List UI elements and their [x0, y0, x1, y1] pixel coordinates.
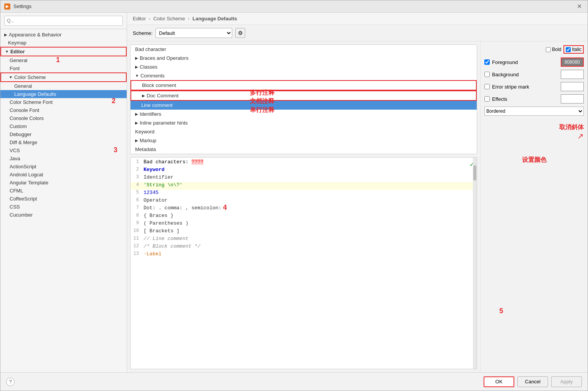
breadcrumb: Editor › Color Scheme › Language Default… [127, 13, 588, 25]
sidebar-item-general[interactable]: General [0, 56, 127, 64]
sidebar-item-console-colors[interactable]: Console Colors [0, 114, 127, 122]
sidebar-item-coffeescript[interactable]: CoffeeScript [0, 195, 127, 203]
preview-line: 13 ·Label [130, 251, 477, 259]
list-item-metadata[interactable]: Metadata [130, 145, 477, 154]
error-stripe-label: Error stripe mark [492, 84, 529, 90]
background-checkbox[interactable] [484, 72, 490, 77]
list-item-doc-comment[interactable]: ▶ Doc Comment [130, 90, 477, 101]
list-item-markup[interactable]: ▶ Markup [130, 136, 477, 145]
list-item-line-comment[interactable]: Line comment [130, 101, 477, 110]
sidebar-tree: ▶ Appearance & Behavior Keymap ▼ Editor … [0, 29, 127, 372]
effects-row: Effects [484, 94, 584, 104]
preview-line: 7 Dot: . comma: , semicolon: ; [130, 205, 477, 213]
sidebar-item-keymap[interactable]: Keymap [0, 39, 127, 47]
split-area: Bad character ▶ Braces and Operators ▶ C… [127, 41, 588, 372]
sidebar-item-android-logcat[interactable]: Android Logcat [0, 171, 127, 179]
preview-line: 5 12345 [130, 190, 477, 197]
options-list-container: Bad character ▶ Braces and Operators ▶ C… [130, 44, 477, 154]
preview-line: 10 [ Brackets ] [130, 228, 477, 236]
list-item-keyword[interactable]: Keyword [130, 127, 477, 136]
preview-line: 11 // Line comment [130, 236, 477, 243]
right-panel: Bold Italic Foreground 808080 [480, 41, 588, 372]
list-item-classes[interactable]: ▶ Classes [130, 62, 477, 71]
preview-line: 12 /* Block comment */ [130, 243, 477, 251]
italic-checkbox[interactable] [566, 47, 571, 52]
sidebar-item-editor[interactable]: ▼ Editor [0, 47, 127, 56]
bottom-bar: ? OK Cancel Apply [0, 372, 588, 391]
italic-label: Italic [572, 47, 581, 52]
ok-button[interactable]: OK [484, 376, 514, 387]
cancel-button[interactable]: Cancel [517, 376, 548, 387]
sidebar-item-vcs[interactable]: VCS [0, 146, 127, 154]
gear-button[interactable]: ⚙ [235, 28, 245, 38]
bold-checkbox-row[interactable]: Bold [546, 45, 561, 54]
sep1: › [149, 16, 152, 21]
apply-button[interactable]: Apply [551, 376, 582, 387]
bottom-left: ? [6, 378, 15, 386]
bold-italic-row: Bold Italic [484, 45, 584, 54]
sidebar: ▶ Appearance & Behavior Keymap ▼ Editor … [0, 13, 127, 372]
sidebar-item-debugger[interactable]: Debugger [0, 130, 127, 138]
expand-arrow: ▼ [5, 49, 9, 54]
sidebar-item-cs-general[interactable]: General [0, 82, 127, 90]
close-button[interactable]: ✕ [575, 2, 584, 11]
error-stripe-checkbox[interactable] [484, 84, 490, 89]
foreground-checkbox[interactable] [484, 59, 490, 65]
expand-arrow: ▶ [4, 33, 7, 37]
sidebar-item-custom[interactable]: Custom [0, 122, 127, 130]
expand-arrow: ▼ [9, 75, 13, 79]
sidebar-item-console-font[interactable]: Console Font [0, 106, 127, 114]
foreground-label: Foreground [492, 59, 518, 65]
bold-label: Bold [552, 47, 561, 52]
preview-line: 6 Operator [130, 197, 477, 205]
bold-checkbox[interactable] [546, 47, 551, 52]
error-stripe-color-box[interactable] [561, 82, 584, 91]
center-panel: Bad character ▶ Braces and Operators ▶ C… [127, 41, 480, 372]
foreground-color-box[interactable]: 808080 [561, 58, 584, 67]
background-label: Background [492, 72, 519, 77]
effects-type-select[interactable]: Bordered Underline Bold underline [484, 107, 584, 116]
effects-label: Effects [492, 96, 507, 102]
preview-scrollbar[interactable] [473, 158, 477, 369]
settings-window: ▶ Settings ✕ ▶ Appearance & Behavior Key… [0, 0, 588, 391]
italic-checkbox-row[interactable]: Italic [563, 45, 584, 54]
effects-select-row: Bordered Underline Bold underline [484, 107, 584, 116]
sidebar-item-actionscript[interactable]: ActionScript [0, 163, 127, 171]
list-item-identifiers[interactable]: ▶ Identifiers [130, 110, 477, 118]
sidebar-item-java[interactable]: Java [0, 154, 127, 163]
breadcrumb-editor: Editor [133, 16, 146, 21]
background-row: Background [484, 70, 584, 79]
sidebar-item-language-defaults[interactable]: Language Defaults [0, 90, 127, 98]
list-item-inline-hints[interactable]: ▶ Inline parameter hints [130, 118, 477, 127]
preview-line: 2 Keyword [130, 167, 477, 174]
effects-checkbox[interactable] [484, 96, 490, 102]
sidebar-item-appearance[interactable]: ▶ Appearance & Behavior [0, 31, 127, 39]
bottom-right: OK Cancel Apply [484, 376, 582, 387]
options-list: Bad character ▶ Braces and Operators ▶ C… [130, 44, 477, 154]
list-item-braces[interactable]: ▶ Braces and Operators [130, 54, 477, 62]
preview-line: 1 Bad characters: ???? [130, 159, 477, 167]
sep2: › [188, 16, 191, 21]
preview-area: 1 Bad characters: ???? 2 Keyword 3 Ident… [130, 157, 477, 369]
list-item-bad-char[interactable]: Bad character [130, 45, 477, 54]
error-stripe-row: Error stripe mark [484, 82, 584, 91]
sidebar-item-angular[interactable]: Angular Template [0, 179, 127, 187]
list-item-block-comment[interactable]: Block comment [130, 80, 477, 90]
sidebar-item-cs-font[interactable]: Color Scheme Font [0, 98, 127, 106]
sidebar-item-cucumber[interactable]: Cucumber [0, 211, 127, 219]
sidebar-item-css[interactable]: CSS [0, 203, 127, 211]
effects-color-box[interactable] [561, 94, 584, 104]
scrollbar-thumb[interactable] [473, 165, 476, 181]
sidebar-item-color-scheme[interactable]: ▼ Color Scheme [0, 72, 127, 82]
preview-line: 4 'String \n\?' [130, 182, 477, 190]
sidebar-item-diff[interactable]: Diff & Merge [0, 138, 127, 146]
sidebar-item-cfml[interactable]: CFML [0, 187, 127, 195]
list-item-comments[interactable]: ▼ Comments [130, 71, 477, 80]
scheme-bar: Scheme: Default Darcula Monokai ⚙ [127, 25, 588, 41]
help-button[interactable]: ? [6, 378, 15, 386]
search-input[interactable] [4, 16, 123, 26]
background-color-box[interactable] [561, 70, 584, 79]
scheme-select[interactable]: Default Darcula Monokai [155, 28, 232, 38]
sidebar-item-font[interactable]: Font [0, 64, 127, 72]
window-title: Settings [13, 3, 575, 9]
